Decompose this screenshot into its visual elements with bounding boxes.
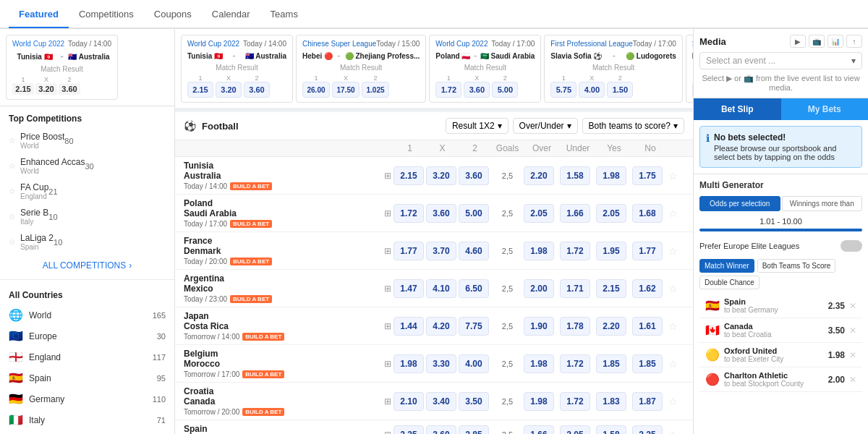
build-bet-0[interactable]: BUILD A BET	[230, 182, 272, 190]
m7-oddsx[interactable]: 3.60	[426, 425, 456, 434]
card0-odds2[interactable]: 3.60	[244, 82, 270, 98]
card2-odds1[interactable]: 1.72	[435, 82, 461, 98]
my-bets-tab[interactable]: My Bets	[781, 98, 869, 120]
m6-odds2[interactable]: 3.50	[459, 392, 489, 411]
m4-over[interactable]: 1.90	[524, 317, 554, 336]
card3-oddsx[interactable]: 4.00	[579, 82, 605, 98]
m4-no[interactable]: 1.61	[632, 317, 663, 336]
country-world[interactable]: 🌐 World 165	[0, 305, 174, 326]
country-europe[interactable]: 🇪🇺 Europe 30	[0, 326, 174, 346]
card2-odds2[interactable]: 5.00	[492, 82, 518, 98]
m4-yes[interactable]: 2.20	[596, 317, 626, 336]
card3-odds1[interactable]: 5.75	[550, 82, 576, 98]
m1-star[interactable]: ☆	[668, 208, 678, 219]
m3-star[interactable]: ☆	[668, 283, 678, 294]
m1-oddsx[interactable]: 3.60	[426, 204, 456, 223]
card0-odds1[interactable]: 2.15	[187, 82, 213, 98]
m2-under[interactable]: 1.72	[560, 242, 590, 260]
over-under-dropdown[interactable]: Over/Under ▾	[513, 118, 578, 134]
filter-both-teams[interactable]: Both Teams To Score	[757, 259, 836, 273]
build-bet-6[interactable]: BUILD A BET	[242, 408, 284, 416]
comp-fa-cup[interactable]: ☆ FA Cup England 21	[0, 179, 174, 204]
m1-under[interactable]: 1.66	[560, 204, 590, 223]
m0-odds2[interactable]: 3.60	[459, 166, 489, 185]
both-teams-dropdown[interactable]: Both teams to score? ▾	[582, 118, 684, 134]
media-icon-stats[interactable]: 📊	[827, 35, 843, 48]
m2-no[interactable]: 1.77	[632, 242, 663, 260]
m3-odds2[interactable]: 6.50	[459, 279, 489, 298]
m0-over[interactable]: 2.20	[524, 166, 554, 185]
country-england[interactable]: 🏴󠁧󠁢󠁥󠁮󠁧󠁿 England 117	[0, 346, 174, 367]
m0-no[interactable]: 1.75	[632, 166, 663, 185]
m2-over[interactable]: 1.98	[524, 242, 554, 260]
sel-close-0[interactable]: ✕	[849, 301, 856, 311]
m5-under[interactable]: 1.72	[560, 354, 590, 373]
sel-close-1[interactable]: ✕	[849, 326, 856, 336]
build-bet-4[interactable]: BUILD A BET	[242, 333, 284, 341]
sel-odds-3[interactable]: 2.00	[828, 375, 845, 385]
bet-slip-tab[interactable]: Bet Slip	[694, 98, 781, 120]
card1-odds2[interactable]: 1.025	[362, 82, 389, 98]
media-expand-btn[interactable]: ↑	[846, 35, 862, 48]
build-bet-2[interactable]: BUILD A BET	[230, 258, 272, 265]
card2-oddsx[interactable]: 3.60	[464, 82, 490, 98]
m6-over[interactable]: 1.98	[524, 392, 554, 411]
build-bet-5[interactable]: BUILD A BET	[242, 370, 284, 378]
result-dropdown[interactable]: Result 1X2 ▾	[446, 118, 509, 134]
m2-odds1[interactable]: 1.77	[393, 242, 424, 260]
m6-odds1[interactable]: 2.10	[393, 392, 424, 411]
card1-odds1[interactable]: 26.00	[302, 82, 330, 98]
m5-yes[interactable]: 1.85	[596, 354, 626, 373]
build-bet-3[interactable]: BUILD A BET	[230, 295, 272, 303]
m5-odds2[interactable]: 4.00	[459, 354, 489, 373]
m2-odds2[interactable]: 4.60	[459, 242, 489, 260]
m7-under[interactable]: 2.05	[560, 425, 590, 434]
m5-over[interactable]: 1.98	[524, 354, 554, 373]
all-competitions-button[interactable]: ALL COMPETITIONS ›	[0, 255, 174, 276]
sel-odds-2[interactable]: 1.98	[828, 350, 845, 360]
nav-calendar[interactable]: Calendar	[202, 1, 260, 28]
nav-teams[interactable]: Teams	[260, 1, 308, 28]
m3-oddsx[interactable]: 4.10	[426, 279, 456, 298]
m0-star[interactable]: ☆	[668, 170, 678, 182]
m7-odds1[interactable]: 2.35	[393, 425, 424, 434]
m1-yes[interactable]: 2.05	[596, 204, 626, 223]
m6-yes[interactable]: 1.83	[596, 392, 626, 411]
m2-star[interactable]: ☆	[668, 245, 678, 257]
m3-yes[interactable]: 2.15	[596, 279, 626, 298]
card1-oddsx[interactable]: 17.50	[332, 82, 359, 98]
m3-odds1[interactable]: 1.47	[393, 279, 424, 298]
m4-oddsx[interactable]: 4.20	[426, 317, 456, 336]
country-germany[interactable]: 🇩🇪 Germany 110	[0, 388, 174, 409]
m3-over[interactable]: 2.00	[524, 279, 554, 298]
nav-coupons[interactable]: Coupons	[144, 1, 202, 28]
m3-under[interactable]: 1.71	[560, 279, 590, 298]
card-odds2-0[interactable]: 3.60	[59, 83, 80, 95]
m1-no[interactable]: 1.68	[632, 204, 663, 223]
m1-over[interactable]: 2.05	[524, 204, 554, 223]
m5-no[interactable]: 1.85	[632, 354, 663, 373]
m4-under[interactable]: 1.78	[560, 317, 590, 336]
sel-close-2[interactable]: ✕	[849, 350, 856, 360]
build-bet-1[interactable]: BUILD A BET	[230, 220, 272, 228]
sel-odds-0[interactable]: 2.35	[828, 301, 845, 311]
m0-under[interactable]: 1.58	[560, 166, 590, 185]
m4-odds2[interactable]: 7.75	[459, 317, 489, 336]
m6-oddsx[interactable]: 3.40	[426, 392, 456, 411]
media-event-select[interactable]: Select an event ... ▾	[699, 52, 862, 69]
sel-close-3[interactable]: ✕	[849, 375, 856, 385]
sel-odds-1[interactable]: 3.50	[828, 326, 845, 336]
comp-enhanced-accas[interactable]: ☆ Enhanced Accas World 30	[0, 153, 174, 179]
media-icon-tv[interactable]: 📺	[809, 35, 825, 48]
card-oddsx-0[interactable]: 3.20	[35, 83, 57, 95]
m1-odds2[interactable]: 5.00	[459, 204, 489, 223]
odds-per-selection-tab[interactable]: Odds per selection	[699, 196, 780, 211]
m7-yes[interactable]: 1.58	[596, 425, 626, 434]
m2-oddsx[interactable]: 3.70	[426, 242, 456, 260]
m6-no[interactable]: 1.87	[632, 392, 663, 411]
comp-laliga2[interactable]: ☆ LaLiga 2 Spain 10	[0, 229, 174, 255]
m4-star[interactable]: ☆	[668, 320, 678, 332]
m4-odds1[interactable]: 1.44	[393, 317, 424, 336]
winnings-more-tab[interactable]: Winnings more than	[782, 196, 863, 211]
m7-odds2[interactable]: 2.85	[459, 425, 489, 434]
